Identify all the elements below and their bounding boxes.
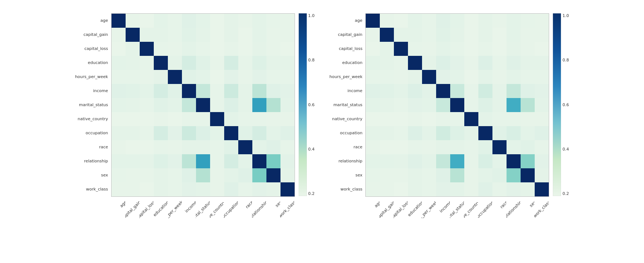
y-axis-label: capital_gain [75,27,109,41]
heatmap-cell [154,56,168,70]
x-axis-label-wrap: relationship [506,198,520,232]
x-axis-label-wrap: hours_per_week [422,198,436,232]
heatmap-cell [436,70,450,84]
heatmap-cell [252,168,266,182]
heatmap-cell [408,168,422,182]
heatmap-cell [408,140,422,154]
heatmap-cell [266,14,280,28]
heatmap-cell [436,112,450,126]
heatmap-cell [408,112,422,126]
heatmap-cell [112,70,126,84]
heatmap-cell [280,182,295,196]
heatmap-cell [535,42,549,56]
heatmap-cell [168,70,182,84]
heatmap-cell [210,28,224,42]
x-axis-label: education [408,200,422,218]
heatmap-cell [182,42,196,56]
heatmap-cell [112,140,126,154]
x-axis-label: native_country [464,200,478,225]
heatmap-cell [478,98,492,112]
heatmap-cell [464,70,478,84]
heatmap-cell [182,154,196,168]
heatmap-cell [238,56,252,70]
heatmap-cell [450,154,464,168]
heatmap-cell [126,168,140,182]
heatmap-cell [224,112,238,126]
heatmap-cell [168,84,182,98]
heatmap-cell [507,140,521,154]
x-axis-label: capital_gain [379,200,394,220]
heatmap-cell [224,56,238,70]
heatmap-cell [521,154,535,168]
heatmap-cell [112,56,126,70]
heatmap-cell [112,84,126,98]
heatmap-cell [182,56,196,70]
heatmap-cell [112,98,126,112]
heatmap-cell [408,98,422,112]
heatmap-cell [154,182,168,196]
heatmap-cell [380,168,394,182]
heatmap-cell [196,98,210,112]
heatmap-cell [521,182,535,196]
x-axis-label-wrap: native_country [210,198,224,232]
heatmap-cell [478,112,492,126]
heatmap-cell [366,154,380,168]
y-axis-label: income [75,84,109,98]
heatmap-cell [154,126,168,140]
heatmap-cell [224,168,238,182]
heatmap-cell [366,98,380,112]
heatmap-cell [238,182,252,196]
heatmap-cell [436,14,450,28]
heatmap-cell [266,154,280,168]
y-axis-label: income [329,84,364,98]
x-axis-label: marital_status [196,200,210,224]
synthetic-heatmap-wrapper: agecapital_gaincapital_losseducationhour… [365,13,549,232]
heatmap-cell [266,28,280,42]
heatmap-cell [126,126,140,140]
heatmap-cell [196,168,210,182]
x-axis-label-wrap: age [111,198,125,232]
original-chart-inner: agecapital_gaincapital_losseducationhour… [75,13,315,232]
heatmap-cell [252,182,266,196]
x-axis-label: native_country [210,200,224,225]
heatmap-cell [507,70,521,84]
synthetic-y-labels: agecapital_gaincapital_losseducationhour… [329,13,364,196]
x-axis-label-wrap: marital_status [196,198,210,232]
heatmap-cell [366,70,380,84]
heatmap-cell [266,140,280,154]
heatmap-cell [380,140,394,154]
heatmap-cell [492,84,507,98]
synthetic-heatmap-grid [365,13,549,197]
heatmap-cell [464,168,478,182]
heatmap-cell [422,140,436,154]
heatmap-cell [252,14,266,28]
heatmap-cell [210,112,224,126]
x-axis-label: relationship [506,200,520,220]
heatmap-cell [535,56,549,70]
heatmap-cell [126,98,140,112]
heatmap-cell [478,42,492,56]
heatmap-cell [154,28,168,42]
heatmap-cell [394,140,408,154]
heatmap-cell [238,14,252,28]
heatmap-cell [196,126,210,140]
heatmap-cell [464,154,478,168]
heatmap-cell [492,182,507,196]
heatmap-cell [280,126,295,140]
heatmap-cell [492,28,507,42]
x-axis-label: race [499,200,506,209]
heatmap-cell [140,168,154,182]
heatmap-cell [224,70,238,84]
heatmap-cell [252,28,266,42]
heatmap-cell [464,126,478,140]
x-axis-label-wrap: sex [266,198,280,232]
x-axis-label: hours_per_week [422,200,436,226]
heatmap-cell [154,84,168,98]
heatmap-cell [492,14,507,28]
heatmap-cell [521,42,535,56]
heatmap-cell [507,28,521,42]
heatmap-cell [238,112,252,126]
heatmap-cell [436,84,450,98]
y-axis-label: education [329,55,364,70]
heatmap-cell [366,182,380,196]
